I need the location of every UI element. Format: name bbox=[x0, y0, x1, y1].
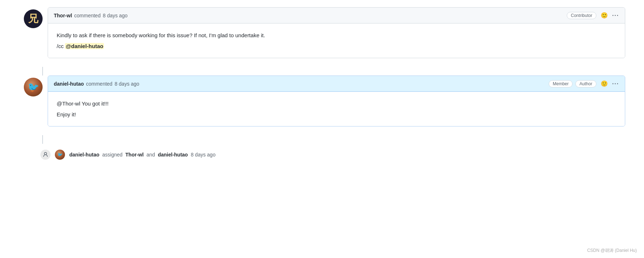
assignment-assigned1[interactable]: Thor-wl bbox=[125, 152, 144, 158]
assignment-assigned2[interactable]: daniel-hutao bbox=[158, 152, 188, 158]
avatar-col-daniel: 🐦 bbox=[19, 76, 48, 96]
comment-action-daniel: commented bbox=[86, 81, 112, 87]
assignment-action: assigned bbox=[102, 152, 122, 158]
avatar-daniel: 🐦 bbox=[24, 78, 43, 96]
comment-action-thor: commented bbox=[74, 13, 101, 18]
contributor-badge: Contributor bbox=[567, 12, 596, 19]
comment-header-right-thor: Contributor 🙂 ··· bbox=[567, 11, 619, 20]
comment-time-daniel: 8 days ago bbox=[114, 81, 139, 87]
spacer-1 bbox=[19, 67, 625, 76]
more-button-daniel[interactable]: ··· bbox=[612, 81, 619, 87]
comments-container: 兄 Thor-wl commented 8 days ago Contribut… bbox=[19, 7, 625, 160]
comment-time-thor: 8 days ago bbox=[103, 13, 128, 18]
author-badge: Author bbox=[575, 80, 596, 87]
comment-header-right-daniel: Member Author 🙂 ··· bbox=[549, 79, 619, 88]
comment-text-thor-line1: Kindly to ask if there is somebody worki… bbox=[57, 31, 616, 40]
timeline-connector-2 bbox=[42, 135, 43, 144]
comment-block-thor: 兄 Thor-wl commented 8 days ago Contribut… bbox=[19, 7, 625, 58]
comment-header-left-daniel: daniel-hutao commented 8 days ago bbox=[54, 81, 139, 87]
comment-body-daniel: @Thor-wl You got it!!! Enjoy it! bbox=[48, 92, 625, 126]
comment-area-daniel: daniel-hutao commented 8 days ago Member… bbox=[48, 76, 625, 126]
avatar-col-thor: 兄 bbox=[19, 7, 48, 28]
comment-body-thor: Kindly to ask if there is somebody worki… bbox=[48, 23, 625, 58]
comment-text-thor-line2: /cc @daniel-hutao bbox=[57, 42, 616, 51]
assignment-actor[interactable]: daniel-hutao bbox=[69, 152, 99, 158]
assignment-row: 🐦 daniel-hutao assigned Thor-wl and dani… bbox=[19, 144, 625, 160]
comment-header-daniel: daniel-hutao commented 8 days ago Member… bbox=[48, 76, 625, 92]
assignment-connector: and bbox=[147, 152, 155, 158]
comment-text-daniel-line2: Enjoy it! bbox=[57, 110, 616, 119]
comment-area-thor: Thor-wl commented 8 days ago Contributor… bbox=[48, 7, 625, 58]
avatar-thor: 兄 bbox=[24, 9, 43, 28]
assign-person-icon bbox=[40, 150, 51, 160]
comment-text-daniel-line1: @Thor-wl You got it!!! bbox=[57, 99, 616, 108]
comment-username-daniel[interactable]: daniel-hutao bbox=[54, 81, 84, 87]
assignment-time: 8 days ago bbox=[191, 152, 216, 158]
emoji-button-thor[interactable]: 🙂 bbox=[599, 11, 609, 20]
spacer-2 bbox=[19, 135, 625, 144]
comment-username-thor[interactable]: Thor-wl bbox=[54, 13, 72, 18]
avatar-daniel-small: 🐦 bbox=[55, 150, 65, 160]
comment-header-thor: Thor-wl commented 8 days ago Contributor… bbox=[48, 8, 625, 23]
comment-block-daniel: 🐦 daniel-hutao commented 8 days ago Memb… bbox=[19, 76, 625, 126]
member-badge: Member bbox=[549, 80, 573, 87]
comment-header-left-thor: Thor-wl commented 8 days ago bbox=[54, 13, 127, 18]
emoji-button-daniel[interactable]: 🙂 bbox=[599, 79, 609, 88]
timeline-connector-1 bbox=[42, 67, 43, 76]
mention-daniel[interactable]: @daniel-hutao bbox=[65, 43, 104, 49]
more-button-thor[interactable]: ··· bbox=[612, 12, 619, 19]
